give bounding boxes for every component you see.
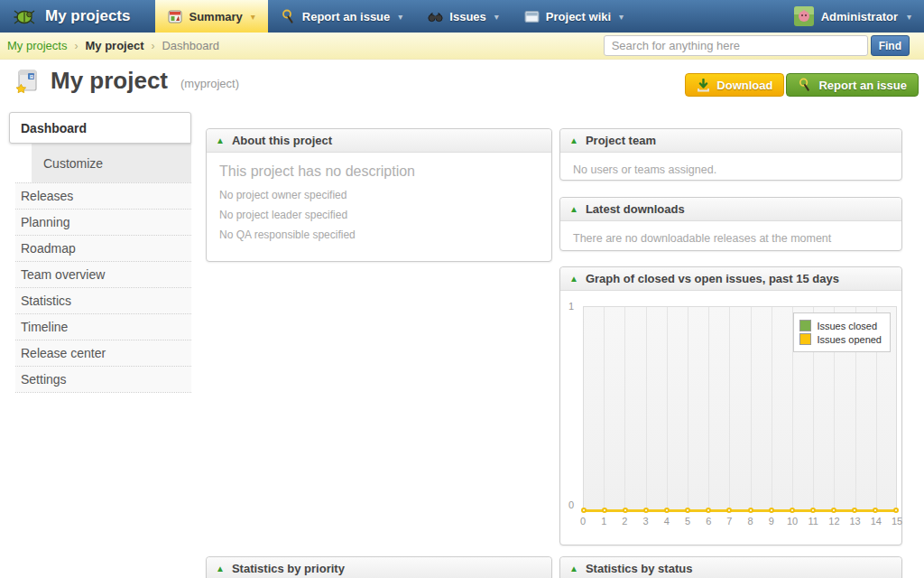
breadcrumb-dashboard: Dashboard: [162, 39, 219, 52]
collapse-triangle-icon[interactable]: ▲: [569, 564, 578, 573]
sidebar-item-timeline[interactable]: Timeline: [15, 313, 191, 340]
user-menu[interactable]: Administrator ▾: [781, 0, 924, 33]
about-project-panel-body: This project has no description No proje…: [207, 153, 551, 259]
project-key: (myproject): [180, 77, 239, 90]
header-buttons: Download Report an issue: [685, 73, 919, 97]
data-point: [852, 508, 857, 513]
x-axis-tick: 11: [808, 516, 818, 527]
x-axis-tick: 7: [726, 516, 732, 527]
chevron-down-icon: ▾: [494, 12, 499, 22]
sidebar-item-planning[interactable]: Planning: [15, 209, 191, 235]
sidebar-item-releases[interactable]: Releases: [15, 182, 191, 209]
issues-graph-panel-header[interactable]: ▲ Graph of closed vs open issues, past 1…: [560, 267, 901, 291]
latest-downloads-empty-text: There are no downloadable releases at th…: [560, 221, 901, 256]
nav-report-an-issue-label: Report an issue: [302, 10, 391, 23]
latest-downloads-panel-header[interactable]: ▲ Latest downloads: [560, 198, 901, 221]
statistics-by-status-header[interactable]: ▲ Statistics by status: [560, 557, 901, 578]
report-an-issue-button-label: Report an issue: [818, 79, 907, 92]
latest-downloads-panel-title: Latest downloads: [586, 202, 685, 216]
user-avatar: [794, 6, 814, 26]
x-axis-tick: 3: [643, 516, 649, 527]
page-header: B My project (myproject) Download: [0, 61, 924, 107]
data-point: [810, 508, 816, 513]
search-area: Find: [604, 35, 917, 56]
project-package-icon: B: [13, 66, 42, 95]
x-axis-tick: 2: [622, 516, 627, 527]
x-axis-tick: 4: [664, 516, 670, 527]
y-axis-tick-max: 1: [568, 301, 574, 312]
data-point: [623, 508, 628, 513]
statistics-by-priority-panel: ▲ Statistics by priority: [206, 556, 552, 578]
chart-legend: Issues closed Issues opened: [793, 312, 891, 352]
binoculars-icon: [428, 10, 443, 23]
bug-logo-icon: [13, 6, 36, 26]
legend-issues-opened-label: Issues opened: [817, 334, 882, 345]
data-point: [769, 508, 774, 513]
project-team-panel-title: Project team: [586, 134, 656, 147]
brand-home-link[interactable]: My projects: [0, 0, 155, 33]
data-point: [831, 508, 836, 513]
find-button[interactable]: Find: [871, 35, 910, 56]
issues-line-chart: Issues closed Issues opened: [583, 306, 897, 511]
search-input[interactable]: [604, 35, 868, 56]
project-leader-line: No project leader specified: [219, 209, 539, 221]
svg-text:B: B: [30, 74, 34, 79]
data-point: [873, 508, 878, 513]
data-point: [790, 508, 795, 513]
sidebar-item-team-overview[interactable]: Team overview: [15, 261, 191, 287]
x-axis-tick: 15: [892, 516, 902, 527]
sidebar-item-settings[interactable]: Settings: [15, 366, 191, 392]
x-axis-tick: 10: [787, 516, 798, 527]
project-description: This project has no description: [219, 163, 539, 180]
download-button[interactable]: Download: [685, 73, 784, 97]
collapse-triangle-icon[interactable]: ▲: [569, 275, 578, 284]
breadcrumb-my-projects[interactable]: My projects: [7, 39, 67, 52]
project-owner-line: No project owner specified: [219, 189, 539, 201]
wand-icon: [798, 78, 812, 92]
sidebar-item-statistics[interactable]: Statistics: [15, 287, 191, 313]
sidebar-item-dashboard[interactable]: Dashboard: [9, 112, 191, 144]
collapse-triangle-icon[interactable]: ▲: [216, 136, 225, 145]
breadcrumb-separator-icon: ›: [74, 40, 78, 52]
page-title-group: B My project (myproject): [13, 66, 239, 95]
issues-graph-panel: ▲ Graph of closed vs open issues, past 1…: [559, 266, 902, 545]
breadcrumb-my-project[interactable]: My project: [85, 39, 143, 52]
issues-closed-swatch-icon: [799, 320, 811, 331]
collapse-triangle-icon[interactable]: ▲: [216, 564, 225, 573]
user-menu-label: Administrator: [821, 10, 898, 23]
data-point: [581, 508, 587, 513]
breadcrumb-separator-icon: ›: [151, 40, 154, 52]
sidebar-item-roadmap[interactable]: Roadmap: [15, 235, 191, 261]
sidebar-item-release-center[interactable]: Release center: [15, 340, 191, 366]
sidebar-menu: Releases Planning Roadmap Team overview …: [15, 182, 191, 393]
nav-issues[interactable]: Issues ▾: [415, 0, 512, 33]
data-point: [685, 508, 690, 513]
statistics-by-priority-header[interactable]: ▲ Statistics by priority: [207, 557, 551, 578]
wand-icon: [281, 9, 296, 24]
issues-opened-swatch-icon: [799, 333, 811, 345]
about-project-panel-header[interactable]: ▲ About this project: [207, 129, 551, 153]
legend-issues-closed-label: Issues closed: [817, 321, 877, 331]
data-point: [706, 508, 711, 513]
download-icon: [697, 79, 710, 92]
x-axis-tick: 5: [685, 516, 690, 527]
report-an-issue-button[interactable]: Report an issue: [786, 73, 919, 97]
sidebar-item-customize[interactable]: Customize: [32, 144, 191, 182]
tab-summary[interactable]: Summary ▾: [155, 0, 267, 33]
data-point: [664, 508, 670, 513]
project-team-panel-header[interactable]: ▲ Project team: [560, 129, 901, 153]
wiki-window-icon: [524, 10, 540, 23]
nav-report-an-issue[interactable]: Report an issue ▾: [268, 0, 416, 33]
statistics-by-priority-title: Statistics by priority: [232, 562, 345, 575]
x-axis-tick: 12: [828, 516, 839, 527]
brand-label: My projects: [45, 7, 130, 25]
data-point: [726, 508, 732, 513]
x-axis-tick: 14: [871, 516, 882, 527]
about-project-panel-title: About this project: [232, 134, 332, 147]
collapse-triangle-icon[interactable]: ▲: [569, 136, 578, 145]
nav-project-wiki-label: Project wiki: [546, 10, 611, 23]
collapse-triangle-icon[interactable]: ▲: [569, 205, 578, 214]
nav-project-wiki[interactable]: Project wiki ▾: [512, 0, 636, 33]
data-point: [602, 508, 607, 513]
about-project-panel: ▲ About this project This project has no…: [206, 128, 552, 262]
